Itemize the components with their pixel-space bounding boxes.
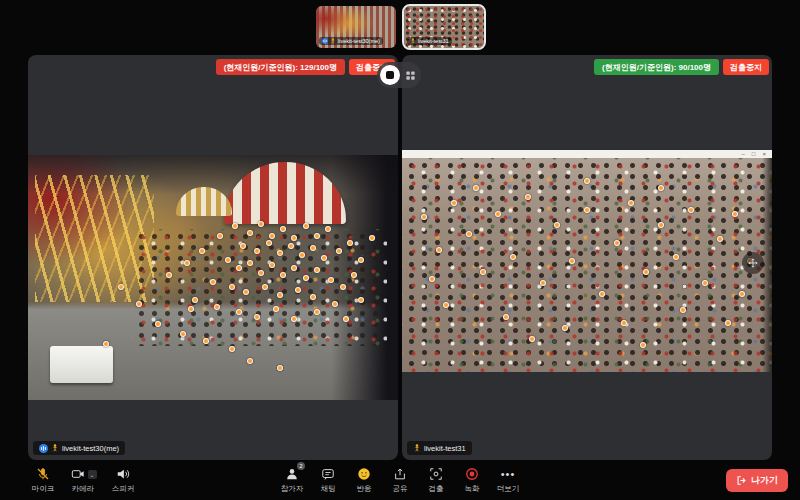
detection-marker xyxy=(269,233,275,239)
detection-marker xyxy=(118,284,124,290)
video-feed-fairground xyxy=(28,155,398,400)
pose-detection-icon xyxy=(51,444,59,452)
people-count-badge: (현재인원/기준인원): 129/100명 xyxy=(216,59,345,75)
chat-label: 채팅 xyxy=(321,484,336,494)
chat-icon xyxy=(320,466,336,482)
detection-marker xyxy=(203,338,209,344)
detection-marker xyxy=(188,306,194,312)
detection-marker xyxy=(258,221,264,227)
detection-marker xyxy=(343,316,349,322)
detection-marker xyxy=(232,223,238,229)
detection-marker xyxy=(614,240,620,246)
floating-control-pill xyxy=(377,62,421,88)
detection-marker xyxy=(562,325,568,331)
detection-marker xyxy=(369,235,375,241)
app-window: livekit-test30(me) livekit-test31 (현재인원/… xyxy=(0,0,800,500)
grid-icon xyxy=(405,70,416,81)
detection-marker xyxy=(303,275,309,281)
stop-detection-button[interactable]: 검출중지 xyxy=(723,59,769,75)
participants-icon: 2 xyxy=(284,466,300,482)
detection-marker xyxy=(262,284,268,290)
thumbnail-name-pill: livekit-test30(me) xyxy=(319,37,383,45)
participants-count-badge: 2 xyxy=(297,462,305,470)
shared-window-titlebar: – □ × xyxy=(402,150,772,158)
detection-marker xyxy=(229,346,235,352)
detection-marker xyxy=(421,214,427,220)
detection-marker xyxy=(321,255,327,261)
detection-marker xyxy=(584,207,590,213)
thumbnail-livekit-test31[interactable]: livekit-test31 xyxy=(404,6,484,48)
detection-marker xyxy=(236,265,242,271)
detection-marker xyxy=(247,230,253,236)
detection-marker xyxy=(314,267,320,273)
detection-marker xyxy=(358,257,364,263)
detection-marker xyxy=(199,248,205,254)
exit-icon xyxy=(736,475,747,486)
record-stop-button[interactable] xyxy=(380,65,400,85)
minimize-icon: – xyxy=(742,151,745,157)
participants-button[interactable]: 2 참가자 xyxy=(275,464,309,496)
detection-marker xyxy=(554,222,560,228)
camera-button[interactable]: ⌄ 카메라 xyxy=(66,464,100,496)
close-icon: × xyxy=(762,151,766,157)
speaker-button[interactable]: 스피커 xyxy=(106,464,140,496)
detection-marker xyxy=(136,301,142,307)
camera-options-chevron[interactable]: ⌄ xyxy=(88,470,97,479)
detection-marker xyxy=(314,233,320,239)
camera-icon xyxy=(70,466,86,482)
detection-marker xyxy=(658,185,664,191)
detection-marker xyxy=(269,262,275,268)
detection-marker xyxy=(247,260,253,266)
detection-marker xyxy=(155,321,161,327)
detection-marker xyxy=(310,294,316,300)
pan-control-button[interactable] xyxy=(742,252,764,274)
maximize-icon: □ xyxy=(752,151,756,157)
detection-marker xyxy=(540,280,546,286)
share-button[interactable]: 공유 xyxy=(383,464,417,496)
detection-status-bar: (현재인원/기준인원): 129/100명 검출중지 xyxy=(216,59,395,75)
people-count-badge: (현재인원/기준인원): 90/100명 xyxy=(594,59,719,75)
detection-marker xyxy=(717,236,723,242)
detection-marker xyxy=(214,304,220,310)
detection-marker xyxy=(291,235,297,241)
detection-marker xyxy=(732,211,738,217)
detection-button[interactable]: 검출 xyxy=(419,464,453,496)
leave-button[interactable]: 나가기 xyxy=(726,469,788,492)
participant-name: livekit-test30(me) xyxy=(62,444,119,453)
detection-marker xyxy=(495,211,501,217)
detection-marker xyxy=(243,289,249,295)
detection-overlay xyxy=(402,150,772,372)
pose-detection-icon xyxy=(410,38,416,44)
detection-marker xyxy=(299,252,305,258)
video-tile-livekit-test31: (현재인원/기준인원): 90/100명 검출중지 – □ × li xyxy=(402,55,772,460)
detection-marker xyxy=(254,314,260,320)
detection-marker xyxy=(225,257,231,263)
mic-label: 마이크 xyxy=(32,484,55,494)
chat-button[interactable]: 채팅 xyxy=(311,464,345,496)
control-toolbar: 마이크 ⌄ 카메라 스피커 xyxy=(0,460,800,500)
more-button[interactable]: ••• 더보기 xyxy=(491,464,525,496)
detection-marker xyxy=(291,265,297,271)
grid-view-button[interactable] xyxy=(402,67,418,83)
detection-marker xyxy=(210,279,216,285)
thumbnail-livekit-test30[interactable]: livekit-test30(me) xyxy=(316,6,396,48)
detection-marker xyxy=(451,200,457,206)
detection-marker xyxy=(347,240,353,246)
detection-marker xyxy=(569,258,575,264)
detection-marker xyxy=(480,269,486,275)
detection-marker xyxy=(503,314,509,320)
share-screen-icon xyxy=(392,466,408,482)
participants-label: 참가자 xyxy=(281,484,304,494)
record-icon xyxy=(464,466,480,482)
detection-marker xyxy=(673,254,679,260)
detection-marker xyxy=(643,269,649,275)
thumbnail-name-pill: livekit-test31 xyxy=(407,37,452,45)
record-button[interactable]: 녹화 xyxy=(455,464,489,496)
mic-button[interactable]: 마이크 xyxy=(26,464,60,496)
reactions-button[interactable]: 반응 xyxy=(347,464,381,496)
participant-name-pill: livekit-test30(me) xyxy=(33,441,125,455)
detection-marker xyxy=(314,309,320,315)
detection-marker xyxy=(358,297,364,303)
detection-marker xyxy=(340,284,346,290)
detection-marker xyxy=(217,233,223,239)
